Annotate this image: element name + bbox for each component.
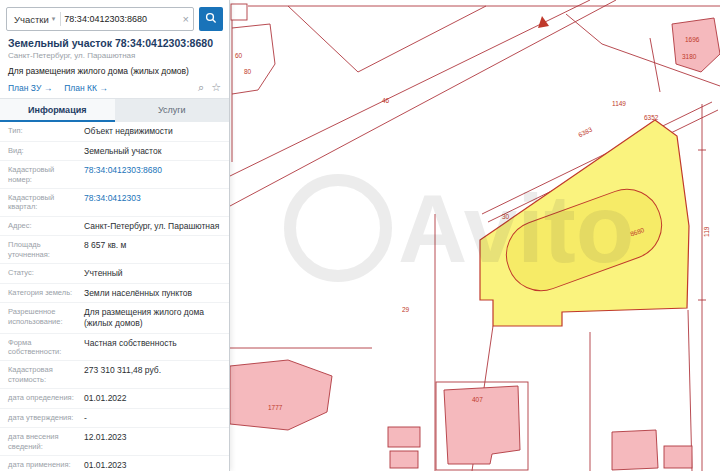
svg-text:60: 60 [235,52,243,59]
row-label: Кадастровый квартал: [8,193,84,212]
table-row: Тип: Объект недвижимости [0,122,229,142]
row-label: Кадастровый номер: [8,165,84,184]
cadastral-number-link[interactable]: 78:34:0412303:8680 [84,165,221,184]
row-value: Объект недвижимости [84,126,221,137]
map-corner-square [231,4,247,20]
row-label: дата утверждения: [8,413,84,424]
row-value: Земельный участок [84,146,221,157]
row-label: дата внесения сведений: [8,432,84,451]
search-icon [205,12,217,27]
table-row: Кадастровый квартал: 78:34:0412303 [0,189,229,217]
map-canvas: 60 80 46 1149 6352 6383 1696 3180 30 29 … [230,0,720,471]
row-value: 01.01.2022 [84,393,221,404]
row-label: Адрес: [8,221,84,232]
tab-bar: Информация Услуги [0,98,229,122]
tab-services[interactable]: Услуги [115,99,230,122]
table-row: Площадь уточненная: 8 657 кв. м [0,236,229,264]
row-label: Вид: [8,146,84,157]
row-value: 12.01.2023 [84,432,221,451]
row-label: Категория земель: [8,288,84,299]
object-address-subtitle: Санкт-Петербург, ул. Парашютная [8,51,221,60]
search-category-label: Участки [14,14,49,25]
svg-text:119: 119 [703,226,710,237]
table-row: дата определения: 01.01.2022 [0,389,229,409]
plan-zu-link[interactable]: План ЗУ → [8,83,52,93]
row-value: Учтенный [84,268,221,279]
star-icon[interactable]: ☆ [211,82,221,93]
table-row: дата применения: 01.01.2023 [0,456,229,471]
table-row: Кадастровая стоимость: 273 310 311,48 ру… [0,361,229,389]
svg-text:407: 407 [472,396,483,403]
page-title: Земельный участок 78:34:0412303:8680 [8,37,221,49]
table-row: Кадастровый номер: 78:34:0412303:8680 [0,161,229,189]
row-label: Форма собственности: [8,338,84,357]
row-label: Тип: [8,126,84,137]
plan-links-row: План ЗУ → План КК → ⌕ ☆ [8,82,221,93]
row-value: 8 657 кв. м [84,240,221,259]
row-value: 273 310 311,48 руб. [84,365,221,384]
row-value: Санкт-Петербург, ул. Парашютная [84,221,221,232]
svg-text:3180: 3180 [682,53,697,60]
row-value: - [84,413,221,424]
row-value: Для размещения жилого дома (жилых домов) [84,307,221,328]
search-category-dropdown[interactable]: Участки ▾ [7,14,60,25]
table-row: Разрешенное использование: Для размещени… [0,303,229,333]
table-row: Вид: Земельный участок [0,142,229,162]
svg-text:1696: 1696 [685,36,700,43]
table-row: Статус: Учтенный [0,264,229,284]
svg-text:1149: 1149 [612,100,626,107]
plan-kk-link[interactable]: План КК → [64,83,108,93]
row-label: Разрешенное использование: [8,307,84,328]
row-value: Частная собственность [84,338,221,357]
row-label: Кадастровая стоимость: [8,365,84,384]
tab-information[interactable]: Информация [0,99,115,122]
row-value: Земли населённых пунктов [84,288,221,299]
zoom-extent-icon[interactable]: ⌕ [198,82,204,93]
cadastral-map[interactable]: 60 80 46 1149 6352 6383 1696 3180 30 29 … [230,0,720,471]
header-mini-icons: ⌕ ☆ [198,82,221,93]
row-label: дата определения: [8,393,84,404]
svg-text:6352: 6352 [644,114,659,121]
row-value: 01.01.2023 [84,460,221,471]
search-button[interactable] [199,7,223,31]
search-box: Участки ▾ × [6,7,194,31]
info-panel: Участки ▾ × Земельный участок 78:34:0412… [0,0,230,471]
table-row: Форма собственности: Частная собственнос… [0,334,229,362]
info-table: Тип: Объект недвижимости Вид: Земельный … [0,122,229,471]
search-input[interactable] [61,14,178,24]
table-row: Адрес: Санкт-Петербург, ул. Парашютная [0,217,229,237]
svg-text:29: 29 [402,306,410,313]
clear-icon[interactable]: × [179,13,193,25]
cadastral-quarter-link[interactable]: 78:34:0412303 [84,193,221,212]
chevron-down-icon: ▾ [52,15,56,23]
svg-text:1777: 1777 [268,404,283,411]
row-label: Статус: [8,268,84,279]
row-label: Площадь уточненная: [8,240,84,259]
watermark-text: Avito [398,175,634,282]
search-bar: Участки ▾ × [6,7,223,31]
svg-text:80: 80 [244,68,252,75]
svg-text:46: 46 [382,97,390,104]
table-row: дата внесения сведений: 12.01.2023 [0,428,229,456]
table-row: Категория земель: Земли населённых пункт… [0,284,229,304]
table-row: дата утверждения: - [0,409,229,429]
object-usage-text: Для размещения жилого дома (жилых домов) [8,66,221,76]
row-label: дата применения: [8,460,84,471]
